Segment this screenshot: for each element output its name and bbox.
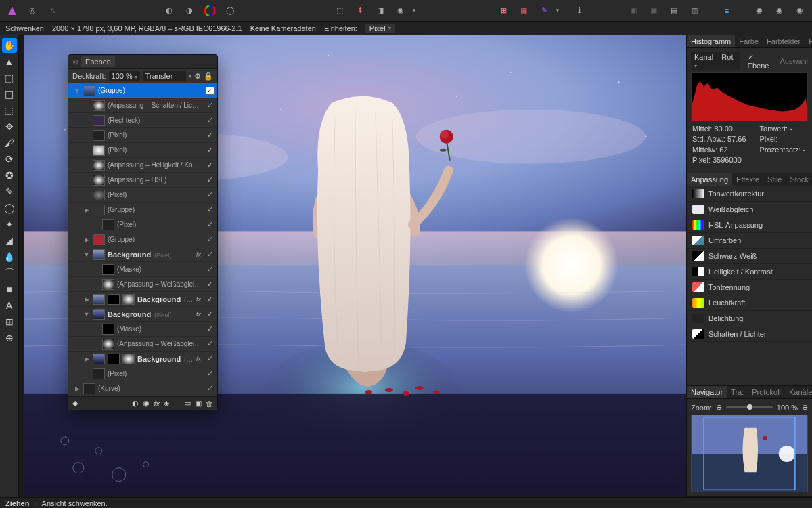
selection-tool[interactable]: ◫ (2, 87, 17, 102)
layer-row[interactable]: ▶(Gruppe)✓ (68, 203, 217, 217)
zoom-in-icon[interactable]: ⊕ (802, 403, 808, 412)
disclosure-arrow-icon[interactable]: ▼ (74, 87, 81, 94)
crop-tool[interactable]: ⬚ (2, 70, 17, 85)
visibility-toggle[interactable]: ✓ (205, 295, 215, 303)
tab-styles[interactable]: Stile (763, 173, 786, 186)
visibility-toggle[interactable]: ✓ (205, 354, 215, 363)
layers-panel[interactable]: ⊗ Ebenen Deckkraft: 100 % ▾ Transfer ▾ ⚙… (68, 54, 218, 410)
app-icon[interactable] (4, 3, 20, 19)
cloud-icon[interactable]: ◉ (792, 3, 808, 19)
channel-dropdown[interactable]: Kanal – Rot ▾ (691, 52, 740, 70)
help-icon[interactable]: ◉ (751, 3, 767, 19)
info-icon[interactable]: ℹ (571, 3, 587, 19)
layer-row[interactable]: ▼Background (Pixel)fx✓ (68, 247, 217, 262)
contrast-icon[interactable]: ◑ (181, 3, 198, 19)
selection-invert-icon[interactable]: ◨ (372, 3, 388, 19)
layers-panel-header[interactable]: ⊗ Ebenen (68, 55, 217, 69)
layer-group-icon[interactable]: ▥ (686, 3, 702, 19)
adjustment-item[interactable]: Belichtung (687, 311, 812, 326)
selection-none-icon[interactable]: ⬍ (352, 3, 368, 19)
disclosure-arrow-icon[interactable]: ▶ (83, 236, 90, 243)
layer-lock-icon[interactable]: 🔒 (204, 72, 213, 81)
visibility-toggle[interactable]: ✓ (205, 369, 215, 378)
disclosure-arrow-icon[interactable]: ▶ (74, 385, 81, 392)
pencil-tool[interactable]: ✎ (2, 184, 17, 199)
fx-icon[interactable]: fx (154, 400, 160, 408)
persona-photo-icon[interactable]: ◎ (24, 3, 41, 19)
layer-row[interactable]: (Pixel)✓ (68, 188, 217, 203)
tab-brushes[interactable]: Pinsel (805, 35, 812, 47)
tab-navigator[interactable]: Navigator (687, 386, 727, 398)
adjustment-item[interactable]: Schatten / Lichter (687, 326, 812, 342)
zoom-tool[interactable]: ⊕ (2, 331, 17, 345)
visibility-toggle[interactable]: ✓ (205, 116, 215, 125)
tab-color[interactable]: Farbe (735, 35, 763, 47)
tab-stock[interactable]: Stock (786, 173, 813, 186)
delete-layer-icon[interactable]: 🗑 (206, 400, 213, 408)
visibility-toggle[interactable]: ✓ (205, 265, 215, 274)
live-filter-icon[interactable]: ◈ (164, 399, 169, 408)
tab-effects[interactable]: Effekte (732, 173, 763, 186)
layer-row[interactable]: (Rechteck)✓ (68, 113, 217, 128)
mesh-tool[interactable]: ⊞ (2, 314, 17, 329)
pen-tool[interactable]: ⌒ (2, 266, 17, 280)
layer-row[interactable]: ▼(Gruppe)✓ (68, 83, 217, 98)
layer-row[interactable]: ▶(Gruppe)✓ (68, 232, 217, 247)
layers-tab[interactable]: Ebenen (81, 56, 115, 67)
zoom-slider[interactable] (726, 406, 773, 408)
disclosure-arrow-icon[interactable]: ▶ (83, 207, 90, 213)
layer-row[interactable]: (Anpassung – Helligkeit / Kontrast)✓ (68, 158, 217, 173)
adjustment-item[interactable]: Leuchtkraft (687, 295, 812, 311)
visibility-toggle[interactable]: ✓ (205, 384, 215, 393)
layer-row[interactable]: (Pixel)✓ (68, 143, 217, 158)
add-layer-icon[interactable]: ▭ (184, 399, 191, 408)
panel-close-icon[interactable]: ⊗ (72, 58, 78, 66)
layer-blend-ranges-icon[interactable]: ◆ (72, 399, 78, 408)
disclosure-arrow-icon[interactable]: ▶ (83, 296, 90, 303)
move-tool[interactable]: ▲ (2, 54, 17, 69)
visibility-toggle[interactable]: ✓ (205, 310, 215, 318)
align-icon[interactable]: ≡ (719, 3, 735, 19)
adjustment-item[interactable]: Weißabgleich (687, 202, 812, 217)
healing-tool[interactable]: ✪ (2, 168, 17, 183)
hue-icon[interactable] (202, 3, 218, 19)
visibility-checkbox[interactable]: ✓ (205, 87, 215, 95)
tab-channels[interactable]: Kanäle (785, 386, 812, 398)
visibility-toggle[interactable]: ✓ (205, 146, 215, 154)
marquee-tool[interactable]: ⬚ (2, 103, 17, 118)
layer-row[interactable]: (Pixel)✓ (68, 217, 217, 232)
tab-adjustment[interactable]: Anpassung (687, 173, 732, 186)
color-replace-tool[interactable]: ⟳ (2, 152, 17, 167)
dodge-tool[interactable]: ◯ (2, 200, 17, 215)
fx-badge[interactable]: fx (196, 356, 201, 362)
visibility-toggle[interactable]: ✓ (205, 280, 215, 289)
layer-row[interactable]: ▶Background (Pixel)fx✓ (68, 352, 217, 366)
visibility-toggle[interactable]: ✓ (205, 250, 215, 259)
adjustment-item[interactable]: Tontrennung (687, 280, 812, 295)
hand-tool[interactable]: ✋ (2, 38, 17, 53)
adjustment-item[interactable]: Tonwertkorrektur (687, 186, 812, 202)
paint-brush-tool[interactable]: 🖌 (2, 135, 17, 150)
layer-row[interactable]: (Maske)✓ (68, 322, 217, 337)
color-wheel-icon[interactable]: ◐ (161, 3, 177, 19)
smudge-tool[interactable]: 💧 (2, 249, 17, 264)
layer-row[interactable]: ▼Background (Pixel)fx✓ (68, 307, 217, 322)
clone-tool[interactable]: ✦ (2, 217, 17, 232)
disclosure-arrow-icon[interactable]: ▶ (83, 356, 90, 362)
adjustment-item[interactable]: Schwarz-Weiß (687, 249, 812, 264)
units-dropdown[interactable]: Pixel▾ (365, 24, 395, 33)
arrange-front-icon[interactable]: ▣ (646, 3, 662, 19)
persona-liquify-icon[interactable]: ∿ (45, 3, 61, 19)
visibility-toggle[interactable]: ✓ (205, 220, 215, 229)
opacity-field[interactable]: 100 % ▾ (109, 71, 140, 81)
fx-badge[interactable]: fx (196, 296, 201, 303)
snap-icon[interactable]: ⊞ (495, 3, 512, 19)
visibility-toggle[interactable]: ✓ (205, 339, 215, 348)
adjustment-item[interactable]: Helligkeit / Kontrast (687, 264, 812, 280)
layer-row[interactable]: (Anpassung – HSL)✓ (68, 173, 217, 188)
layer-row[interactable]: (Anpassung – Weißabgleich)✓ (68, 337, 217, 352)
layer-stack-icon[interactable]: ▤ (666, 3, 682, 19)
adjustment-item[interactable]: Umfärben (687, 233, 812, 249)
fx-badge[interactable]: fx (196, 311, 201, 318)
tab-swatches[interactable]: Farbfelder (763, 35, 805, 47)
